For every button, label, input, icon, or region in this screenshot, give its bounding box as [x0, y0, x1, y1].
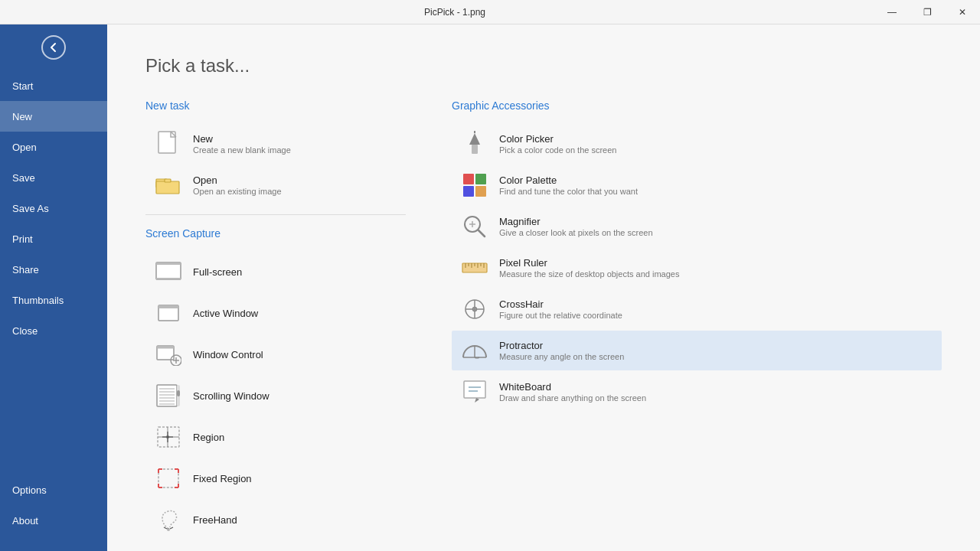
- app-body: StartNewOpenSaveSave AsPrintShareThumbna…: [0, 24, 980, 551]
- new-blank-icon: [155, 130, 182, 158]
- sidebar-item-open[interactable]: Open: [0, 132, 107, 162]
- svg-rect-4: [156, 262, 181, 279]
- new-task-section-title: New task: [145, 99, 406, 112]
- task-item-whiteboard[interactable]: WhiteBoard Draw and share anything on th…: [452, 372, 942, 412]
- task-item-freehand[interactable]: FreeHand: [145, 500, 406, 540]
- sidebar-item-close[interactable]: Close: [0, 315, 107, 346]
- repeat-last-icon: [155, 547, 182, 551]
- task-item-region[interactable]: Region: [145, 417, 406, 457]
- task-name-scrolling-window: Scrolling Window: [193, 390, 270, 402]
- sidebar-item-share[interactable]: Share: [0, 254, 107, 285]
- sidebar-item-about[interactable]: About: [0, 505, 107, 536]
- svg-rect-45: [463, 174, 474, 184]
- task-desc-protractor: Measure any angle on the screen: [499, 352, 624, 361]
- svg-rect-67: [464, 381, 485, 398]
- task-name-window-control: Window Control: [193, 349, 263, 360]
- sidebar-item-save-as[interactable]: Save As: [0, 193, 107, 223]
- svg-rect-47: [463, 186, 474, 197]
- task-item-protractor[interactable]: Protractor Measure any angle on the scre…: [452, 331, 942, 370]
- sidebar-item-save[interactable]: Save: [0, 162, 107, 193]
- svg-point-26: [166, 435, 169, 439]
- sidebar-item-options[interactable]: Options: [0, 474, 107, 505]
- svg-rect-46: [475, 174, 486, 184]
- svg-line-42: [170, 527, 173, 529]
- task-name-whiteboard: WhiteBoard: [499, 381, 646, 393]
- task-name-open-image: Open: [193, 174, 282, 186]
- task-name-region: Region: [193, 432, 224, 443]
- task-item-active-window[interactable]: Active Window: [145, 293, 406, 333]
- sidebar-item-start[interactable]: Start: [0, 70, 107, 101]
- sidebar-item-thumbnails[interactable]: Thumbnails: [0, 285, 107, 315]
- svg-rect-8: [158, 305, 178, 308]
- minimize-button[interactable]: —: [874, 0, 910, 24]
- task-name-protractor: Protractor: [499, 340, 624, 351]
- task-desc-new-blank: Create a new blank image: [193, 145, 291, 155]
- open-image-icon: [155, 171, 182, 199]
- task-item-crosshair[interactable]: CrossHair Figure out the relative coordi…: [452, 289, 942, 329]
- task-name-magnifier: Magnifier: [499, 216, 653, 227]
- two-column-layout: New task New Create a new blank image: [145, 99, 942, 551]
- task-item-full-screen[interactable]: Full-screen: [145, 252, 406, 292]
- task-desc-color-picker: Pick a color code on the screen: [499, 145, 616, 155]
- whiteboard-icon: [461, 378, 488, 406]
- titlebar-controls: — ❐ ✕: [874, 0, 980, 24]
- close-button[interactable]: ✕: [945, 0, 980, 24]
- back-button[interactable]: [0, 24, 107, 70]
- svg-rect-0: [158, 132, 175, 153]
- right-column: Graphic Accessories Color Picker Pick a …: [452, 99, 942, 551]
- task-desc-crosshair: Figure out the relative coordinate: [499, 311, 622, 320]
- task-name-pixel-ruler: Pixel Ruler: [499, 257, 679, 269]
- task-item-scrolling-window[interactable]: Scrolling Window: [145, 376, 406, 416]
- task-name-crosshair: CrossHair: [499, 298, 622, 310]
- svg-line-50: [479, 230, 485, 236]
- task-name-active-window: Active Window: [193, 308, 258, 319]
- task-item-new-blank[interactable]: New Create a new blank image: [145, 124, 406, 164]
- task-item-open-image[interactable]: Open Open an existing image: [145, 165, 406, 205]
- task-name-new-blank: New: [193, 133, 291, 145]
- crosshair-icon: [461, 295, 488, 323]
- sidebar-bottom-items: OptionsAbout: [0, 474, 107, 536]
- task-desc-magnifier: Give a closer look at pixels on the scre…: [499, 228, 653, 237]
- task-item-color-palette[interactable]: Color Palette Find and tune the color th…: [452, 165, 942, 205]
- svg-rect-6: [156, 278, 181, 279]
- color-palette-icon: [461, 171, 488, 199]
- sidebar: StartNewOpenSaveSave AsPrintShareThumbna…: [0, 24, 107, 551]
- magnifier-icon: [461, 213, 488, 240]
- task-name-fixed-region: Fixed Region: [193, 473, 252, 484]
- task-desc-pixel-ruler: Measure the size of desktop objects and …: [499, 269, 679, 279]
- task-desc-color-palette: Find and tune the color that you want: [499, 187, 638, 196]
- task-desc-open-image: Open an existing image: [193, 187, 282, 196]
- back-icon: [41, 35, 66, 60]
- restore-button[interactable]: ❐: [910, 0, 945, 24]
- region-icon: [155, 423, 182, 451]
- svg-rect-14: [157, 385, 177, 406]
- svg-line-41: [164, 527, 167, 529]
- page-title: Pick a task...: [145, 55, 942, 77]
- freehand-icon: [155, 506, 182, 533]
- main-content: Pick a task... New task New: [107, 24, 980, 551]
- active-window-icon: [155, 299, 182, 327]
- sidebar-item-print[interactable]: Print: [0, 223, 107, 254]
- scrolling-window-icon: [155, 382, 182, 409]
- full-screen-icon: [155, 258, 182, 285]
- color-picker-icon: [461, 130, 488, 158]
- task-item-window-control[interactable]: Window Control: [145, 334, 406, 374]
- task-item-fixed-region[interactable]: Fixed Region: [145, 458, 406, 498]
- task-item-magnifier[interactable]: Magnifier Give a closer look at pixels o…: [452, 207, 942, 246]
- svg-rect-2: [156, 181, 179, 194]
- task-item-repeat-last[interactable]: Repeat Last Capture: [145, 541, 406, 551]
- graphic-accessories-section-title: Graphic Accessories: [452, 99, 942, 112]
- task-item-pixel-ruler[interactable]: Pixel Ruler Measure the size of desktop …: [452, 248, 942, 288]
- sidebar-items: StartNewOpenSaveSave AsPrintShareThumbna…: [0, 70, 107, 346]
- svg-rect-31: [158, 469, 178, 487]
- sidebar-item-new[interactable]: New: [0, 101, 107, 132]
- svg-rect-5: [156, 262, 181, 265]
- screen-capture-section-title: Screen Capture: [145, 227, 406, 240]
- svg-rect-10: [157, 346, 174, 349]
- task-name-freehand: FreeHand: [193, 514, 237, 526]
- svg-rect-48: [475, 186, 486, 197]
- titlebar: PicPick - 1.png — ❐ ✕: [0, 0, 980, 24]
- protractor-icon: [461, 337, 488, 364]
- task-name-color-palette: Color Palette: [499, 174, 638, 186]
- task-item-color-picker[interactable]: Color Picker Pick a color code on the sc…: [452, 124, 942, 164]
